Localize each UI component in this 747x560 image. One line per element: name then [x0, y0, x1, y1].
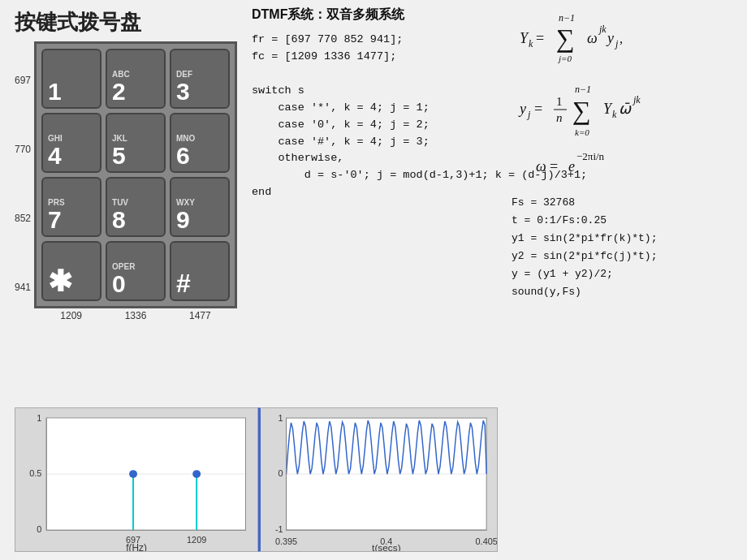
freq-col-1209: 1209 [60, 310, 82, 321]
svg-point-37 [129, 470, 137, 478]
key-3[interactable]: DEF 3 [170, 49, 230, 109]
svg-text:f(Hz): f(Hz) [126, 542, 147, 551]
svg-text:,: , [620, 32, 623, 45]
svg-text:k: k [529, 38, 533, 50]
svg-text:−2πi/n: −2πi/n [576, 150, 605, 162]
svg-text:=: = [536, 30, 544, 46]
svg-text:n−1: n−1 [559, 12, 575, 24]
plots-section: 0 0.5 1 697 1209 f(Hz) [15, 407, 498, 552]
formula-omega: ω = e −2πi/n [512, 145, 731, 186]
svg-text:0: 0 [279, 468, 283, 478]
key-4[interactable]: GHI 4 [41, 113, 101, 173]
key-hash[interactable]: # [170, 241, 230, 301]
svg-text:-1: -1 [275, 524, 283, 534]
key-2[interactable]: ABC 2 [106, 49, 166, 109]
svg-text:jk: jk [632, 94, 641, 106]
svg-text:=: = [550, 158, 558, 174]
svg-text:y: y [518, 101, 526, 117]
keypad-grid: 1 ABC 2 DEF 3 GHI 4 [41, 49, 230, 301]
math-code: Fs = 32768 t = 0:1/Fs:0.25 y1 = sin(2*pi… [512, 194, 739, 302]
svg-text:ω: ω [587, 30, 598, 46]
plot-frequency: 0 0.5 1 697 1209 f(Hz) [15, 407, 258, 552]
svg-text:k=0: k=0 [575, 127, 589, 137]
math-section: Y k = ∑ n−1 j=0 ω jk y j , y j = 1 n ∑ n… [512, 6, 739, 302]
key-6[interactable]: MNO 6 [170, 113, 230, 173]
svg-text:1209: 1209 [187, 535, 206, 545]
svg-text:∑: ∑ [556, 24, 575, 53]
svg-text:∑: ∑ [572, 96, 591, 125]
plot-time-svg: 1 0 -1 0.395 0.4 0.405 t(secs) [261, 408, 497, 551]
svg-text:0.405: 0.405 [476, 536, 497, 546]
formula-yk: Y k = ∑ n−1 j=0 ω jk y j , [512, 6, 731, 71]
freq-col-labels: 1209 1336 1477 [34, 308, 237, 321]
svg-text:j=0: j=0 [557, 54, 572, 63]
code-block: fr = [697 770 852 941]; fc = [1209 1336 … [252, 32, 512, 201]
key-5[interactable]: JKL 5 [106, 113, 166, 173]
code-title: DTMF系统：双音多频系统 [252, 6, 512, 24]
freq-col-1336: 1336 [125, 310, 147, 321]
freq-row-852: 852 [15, 184, 31, 252]
freq-row-697: 697 [15, 46, 31, 114]
svg-text:n−1: n−1 [575, 84, 591, 95]
key-0[interactable]: OPER 0 [106, 241, 166, 301]
freq-row-770: 770 [15, 115, 31, 183]
svg-text:1: 1 [556, 95, 563, 108]
svg-text:y: y [606, 30, 614, 46]
svg-point-39 [192, 470, 201, 478]
keypad-section: 按键式拨号盘 697 770 852 941 1 ABC 2 [15, 8, 237, 321]
svg-text:1: 1 [279, 413, 283, 423]
svg-text:0: 0 [37, 524, 41, 534]
formula-yj: y j = 1 n ∑ n−1 k=0 Y k ω̄ jk [512, 75, 731, 144]
svg-text:ω̄: ω̄ [619, 101, 632, 117]
svg-text:jk: jk [598, 24, 607, 35]
plot-time: 1 0 -1 0.395 0.4 0.405 t(secs) [258, 407, 498, 552]
key-8[interactable]: TUV 8 [106, 177, 166, 237]
keypad-title: 按键式拨号盘 [15, 8, 237, 37]
svg-text:j: j [614, 38, 619, 50]
svg-text:ω: ω [536, 158, 546, 174]
svg-text:=: = [534, 101, 542, 117]
svg-text:k: k [612, 109, 617, 120]
keypad-grid-wrapper: 1 ABC 2 DEF 3 GHI 4 [34, 41, 237, 308]
svg-text:1: 1 [37, 413, 41, 423]
svg-text:t(secs): t(secs) [372, 542, 401, 551]
key-7[interactable]: PRS 7 [41, 177, 101, 237]
svg-text:n: n [556, 111, 563, 124]
key-9[interactable]: WXY 9 [170, 177, 230, 237]
svg-text:0.395: 0.395 [275, 536, 297, 546]
svg-text:j: j [526, 109, 531, 120]
freq-col-1477: 1477 [189, 310, 211, 321]
code-section: DTMF系统：双音多频系统 fr = [697 770 852 941]; fc… [252, 6, 512, 201]
plot-frequency-svg: 0 0.5 1 697 1209 f(Hz) [15, 408, 257, 551]
svg-text:0.5: 0.5 [29, 468, 41, 478]
svg-text:e: e [568, 158, 575, 174]
freq-row-941: 941 [15, 253, 31, 321]
key-star[interactable]: ✱ [41, 241, 101, 301]
key-1[interactable]: 1 [41, 49, 101, 109]
